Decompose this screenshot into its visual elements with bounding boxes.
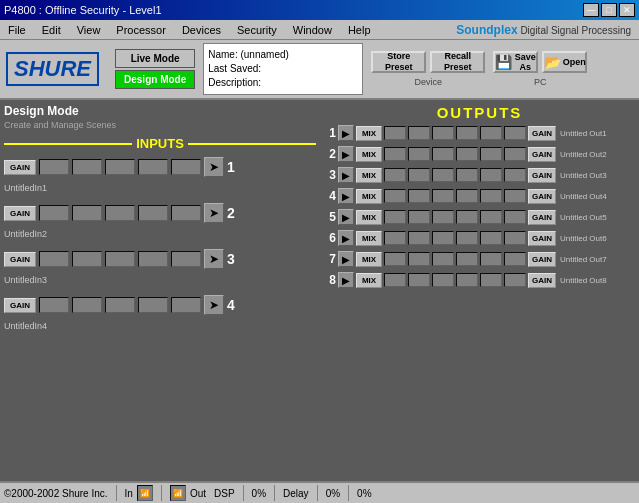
gain-out-button-5[interactable]: GAIN bbox=[528, 210, 556, 225]
input-row-3: GAIN ➤ 3 bbox=[4, 249, 316, 269]
open-button[interactable]: 📂Open bbox=[542, 51, 587, 73]
out-signal-1f bbox=[504, 126, 526, 140]
out-signal-8f bbox=[504, 273, 526, 287]
gain-out-button-4[interactable]: GAIN bbox=[528, 189, 556, 204]
signal-block-1c bbox=[105, 159, 135, 175]
output-number-6: 6 bbox=[322, 231, 336, 245]
output-arrow-2[interactable]: ▶ bbox=[338, 146, 354, 162]
gain-button-1[interactable]: GAIN bbox=[4, 160, 36, 175]
device-btn-row: StorePreset RecallPreset bbox=[371, 51, 485, 73]
signal-block-1a bbox=[39, 159, 69, 175]
out-signal-8e bbox=[480, 273, 502, 287]
out-signal-8c bbox=[432, 273, 454, 287]
menu-view[interactable]: View bbox=[69, 22, 109, 38]
signal-block-1d bbox=[138, 159, 168, 175]
output-arrow-7[interactable]: ▶ bbox=[338, 251, 354, 267]
gain-out-button-1[interactable]: GAIN bbox=[528, 126, 556, 141]
save-as-button[interactable]: 💾Save As bbox=[493, 51, 538, 73]
maximize-button[interactable]: □ bbox=[601, 3, 617, 17]
output-row-3: 3 ▶ MIX GAIN Untitled Out3 bbox=[322, 167, 637, 183]
gain-out-button-2[interactable]: GAIN bbox=[528, 147, 556, 162]
outputs-label: OUTPUTS bbox=[322, 104, 637, 121]
mix-button-7[interactable]: MIX bbox=[356, 252, 382, 267]
soundplex-name: Soundplex bbox=[456, 23, 517, 37]
input-arrow-3[interactable]: ➤ bbox=[204, 249, 224, 269]
status-dsp-label: DSP bbox=[214, 488, 235, 499]
device-info-panel: Name: (unnamed) Last Saved: Description: bbox=[203, 43, 363, 95]
out-signal-3c bbox=[432, 168, 454, 182]
live-mode-button[interactable]: Live Mode bbox=[115, 49, 195, 68]
store-preset-button[interactable]: StorePreset bbox=[371, 51, 426, 73]
pc-btn-row: 💾Save As 📂Open bbox=[493, 51, 587, 73]
menu-edit[interactable]: Edit bbox=[34, 22, 69, 38]
title-bar: P4800 : Offline Security - Level1 — □ ✕ bbox=[0, 0, 639, 20]
status-out-label: Out bbox=[190, 488, 206, 499]
out-signal-3d bbox=[456, 168, 478, 182]
input-arrow-4[interactable]: ➤ bbox=[204, 295, 224, 315]
out-signal-5e bbox=[480, 210, 502, 224]
minimize-button[interactable]: — bbox=[583, 3, 599, 17]
mix-button-5[interactable]: MIX bbox=[356, 210, 382, 225]
right-panel: OUTPUTS 1 ▶ MIX GAIN Untitled Out1 2 ▶ M… bbox=[320, 100, 639, 481]
status-divider-6 bbox=[348, 485, 349, 501]
device-buttons-group: StorePreset RecallPreset Device bbox=[371, 51, 485, 87]
mix-button-8[interactable]: MIX bbox=[356, 273, 382, 288]
mix-button-2[interactable]: MIX bbox=[356, 147, 382, 162]
out-signal-4d bbox=[456, 189, 478, 203]
out-signal-2f bbox=[504, 147, 526, 161]
out-signal-6a bbox=[384, 231, 406, 245]
signal-block-4d bbox=[138, 297, 168, 313]
inputs-text: INPUTS bbox=[136, 136, 184, 151]
output-arrow-3[interactable]: ▶ bbox=[338, 167, 354, 183]
mix-button-1[interactable]: MIX bbox=[356, 126, 382, 141]
mix-button-4[interactable]: MIX bbox=[356, 189, 382, 204]
status-divider-1 bbox=[116, 485, 117, 501]
out-signal-5a bbox=[384, 210, 406, 224]
menu-processor[interactable]: Processor bbox=[108, 22, 174, 38]
status-out-section: 📶 Out bbox=[170, 485, 206, 501]
gain-out-button-6[interactable]: GAIN bbox=[528, 231, 556, 246]
signal-block-3d bbox=[138, 251, 168, 267]
out-signal-4c bbox=[432, 189, 454, 203]
gain-button-4[interactable]: GAIN bbox=[4, 298, 36, 313]
signal-block-1b bbox=[72, 159, 102, 175]
output-arrow-1[interactable]: ▶ bbox=[338, 125, 354, 141]
input-row-container-2: GAIN ➤ 2 UntitledIn2 bbox=[4, 203, 316, 239]
output-number-3: 3 bbox=[322, 168, 336, 182]
out-signal-6e bbox=[480, 231, 502, 245]
menu-help[interactable]: Help bbox=[340, 22, 379, 38]
output-arrow-4[interactable]: ▶ bbox=[338, 188, 354, 204]
input-number-3: 3 bbox=[227, 251, 241, 267]
out-signal-4e bbox=[480, 189, 502, 203]
signal-block-2d bbox=[138, 205, 168, 221]
menu-file[interactable]: File bbox=[0, 22, 34, 38]
recall-preset-button[interactable]: RecallPreset bbox=[430, 51, 485, 73]
out-signal-3f bbox=[504, 168, 526, 182]
gain-out-button-7[interactable]: GAIN bbox=[528, 252, 556, 267]
input-row-container-4: GAIN ➤ 4 UntitledIn4 bbox=[4, 295, 316, 331]
gain-out-button-3[interactable]: GAIN bbox=[528, 168, 556, 183]
output-arrow-8[interactable]: ▶ bbox=[338, 272, 354, 288]
menu-security[interactable]: Security bbox=[229, 22, 285, 38]
pc-label: PC bbox=[493, 77, 587, 87]
mix-button-6[interactable]: MIX bbox=[356, 231, 382, 246]
signal-block-2c bbox=[105, 205, 135, 221]
output-arrow-6[interactable]: ▶ bbox=[338, 230, 354, 246]
input-row-1: GAIN ➤ 1 bbox=[4, 157, 316, 177]
menu-devices[interactable]: Devices bbox=[174, 22, 229, 38]
design-mode-button[interactable]: Design Mode bbox=[115, 70, 195, 89]
out-signal-7a bbox=[384, 252, 406, 266]
input-arrow-2[interactable]: ➤ bbox=[204, 203, 224, 223]
inputs-line-right bbox=[188, 143, 316, 145]
close-button[interactable]: ✕ bbox=[619, 3, 635, 17]
output-arrow-5[interactable]: ▶ bbox=[338, 209, 354, 225]
out-signal-1d bbox=[456, 126, 478, 140]
gain-button-2[interactable]: GAIN bbox=[4, 206, 36, 221]
mix-button-3[interactable]: MIX bbox=[356, 168, 382, 183]
gain-out-button-8[interactable]: GAIN bbox=[528, 273, 556, 288]
out-signal-5d bbox=[456, 210, 478, 224]
out-signal-8b bbox=[408, 273, 430, 287]
input-arrow-1[interactable]: ➤ bbox=[204, 157, 224, 177]
gain-button-3[interactable]: GAIN bbox=[4, 252, 36, 267]
menu-window[interactable]: Window bbox=[285, 22, 340, 38]
